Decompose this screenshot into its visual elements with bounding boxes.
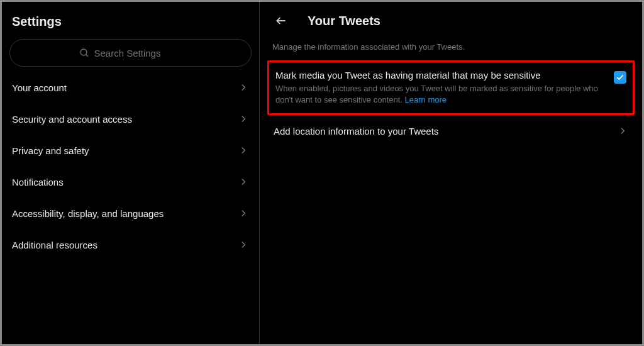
setting-title: Add location information to your Tweets [274,126,438,137]
chevron-right-icon [238,239,249,250]
sidebar-item-label: Accessibility, display, and languages [12,208,164,219]
sidebar-item-label: Your account [12,82,67,93]
sidebar-item-label: Security and account access [12,114,132,125]
main-header: Your Tweets [267,8,635,35]
main-subtitle: Manage the information associated with y… [267,35,635,60]
search-box[interactable] [9,39,252,67]
sidebar-item-security[interactable]: Security and account access [2,103,259,135]
search-input[interactable] [94,48,182,59]
sensitive-media-setting: Mark media you Tweet as having material … [267,60,635,115]
svg-line-1 [86,55,87,57]
settings-app: Settings Your account Security and accou… [2,2,642,344]
check-icon [616,73,625,82]
sidebar-item-privacy[interactable]: Privacy and safety [2,135,259,166]
chevron-right-icon [238,208,249,219]
page-title: Settings [2,8,259,39]
sidebar-item-label: Notifications [12,177,64,187]
sidebar-item-resources[interactable]: Additional resources [2,229,259,260]
chevron-right-icon [238,113,249,125]
setting-desc: When enabled, pictures and videos you Tw… [275,83,604,106]
chevron-right-icon [238,82,249,93]
svg-point-0 [80,49,87,55]
chevron-right-icon [238,176,249,187]
sidebar-item-label: Privacy and safety [12,145,89,156]
location-info-setting[interactable]: Add location information to your Tweets [267,115,635,147]
chevron-right-icon [617,125,628,137]
sidebar-item-your-account[interactable]: Your account [2,72,259,103]
sensitive-checkbox[interactable] [614,71,626,84]
main-title: Your Tweets [308,14,380,28]
learn-more-link[interactable]: Learn more [405,95,447,104]
search-wrap [2,39,259,72]
setting-row: Mark media you Tweet as having material … [275,70,626,106]
setting-title: Mark media you Tweet as having material … [275,70,604,81]
back-button[interactable] [272,12,290,30]
settings-sidebar: Settings Your account Security and accou… [2,2,260,344]
chevron-right-icon [238,145,249,156]
search-icon [79,48,89,58]
sidebar-item-notifications[interactable]: Notifications [2,166,259,198]
main-panel: Your Tweets Manage the information assoc… [260,2,642,344]
sidebar-item-label: Additional resources [12,240,97,250]
setting-text: Mark media you Tweet as having material … [275,70,604,106]
sidebar-item-accessibility[interactable]: Accessibility, display, and languages [2,198,259,229]
